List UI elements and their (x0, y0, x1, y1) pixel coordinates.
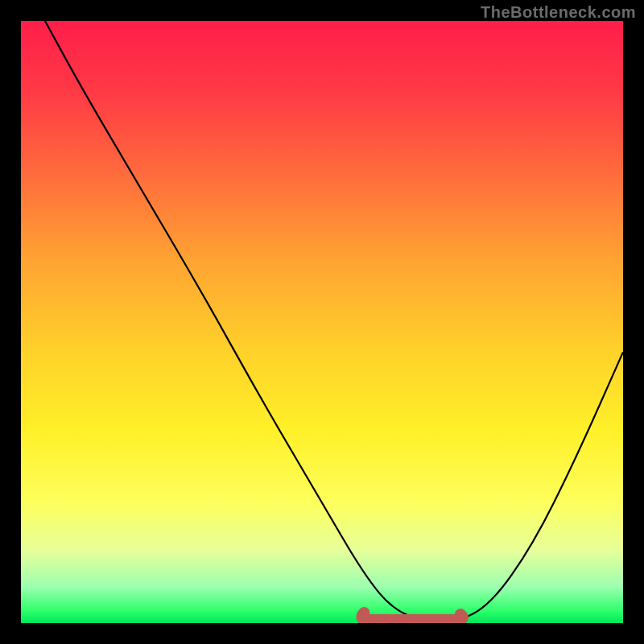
watermark-text: TheBottleneck.com (481, 3, 636, 22)
chart-plot-area (21, 21, 623, 623)
optimal-range-marker (361, 613, 463, 620)
bottleneck-curve (45, 21, 623, 623)
chart-svg (21, 21, 623, 623)
